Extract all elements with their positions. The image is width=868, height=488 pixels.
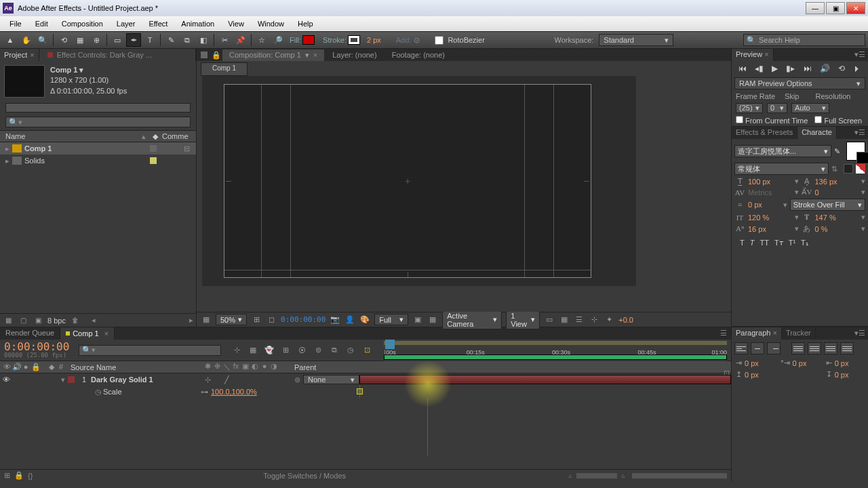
- comp-tab[interactable]: Comp 1: [201, 62, 248, 76]
- loop-button[interactable]: ⟲: [838, 64, 845, 73]
- viewer-tab-layer[interactable]: Layer: (none): [326, 49, 383, 60]
- camera-tool-icon[interactable]: ▦: [73, 33, 87, 47]
- grid-icon[interactable]: ▦: [201, 315, 212, 325]
- leading-value[interactable]: 136 px: [815, 178, 837, 186]
- new-folder-icon[interactable]: ▢: [18, 316, 28, 325]
- col-name[interactable]: Name: [5, 132, 142, 140]
- sort-icon[interactable]: ▴: [142, 132, 146, 141]
- lock-icon[interactable]: 🔒: [14, 471, 24, 480]
- zoom-in-icon[interactable]: ▵: [621, 471, 625, 480]
- auto-keyframe-icon[interactable]: ◷: [344, 345, 357, 356]
- flowchart-icon[interactable]: ⊟: [184, 144, 193, 152]
- mask-icon[interactable]: ◻: [266, 315, 277, 325]
- baseline-value[interactable]: 16 px: [748, 225, 766, 233]
- puppet-tool-icon[interactable]: 📌: [233, 33, 248, 47]
- default-colors-icon[interactable]: [856, 164, 865, 174]
- zoom-dropdown[interactable]: 50%▾: [216, 314, 247, 325]
- flowchart-icon[interactable]: ⊹: [589, 315, 599, 325]
- hide-shy-icon[interactable]: 👻: [263, 345, 275, 356]
- effects-presets-tab[interactable]: Effects & Presets: [732, 127, 797, 139]
- panel-menu-icon[interactable]: ▾☰: [852, 327, 868, 340]
- fast-preview-icon[interactable]: ▦: [559, 315, 570, 325]
- space-after-value[interactable]: 0 px: [835, 371, 849, 379]
- shape-tool-icon[interactable]: ▭: [110, 33, 125, 47]
- maximize-button[interactable]: ▣: [826, 2, 845, 14]
- resolution-dropdown[interactable]: Full▾: [374, 314, 408, 325]
- panel-menu-icon[interactable]: ▾☰: [852, 127, 868, 139]
- work-area-bar[interactable]: [384, 354, 727, 360]
- col-comment[interactable]: Comme: [162, 132, 196, 140]
- ram-preview-options-dropdown[interactable]: RAM Preview Options▾: [734, 77, 865, 89]
- eye-col-icon[interactable]: 👁: [3, 363, 11, 371]
- panel-menu-icon[interactable]: ▾☰: [852, 49, 868, 61]
- align-center-icon[interactable]: [751, 342, 764, 354]
- text-tool-icon[interactable]: T: [142, 33, 157, 47]
- pen-tool-icon[interactable]: ✒: [126, 33, 141, 47]
- timeline-comp-tab[interactable]: Comp 1×: [60, 327, 115, 340]
- audio-col-icon[interactable]: 🔊: [12, 363, 20, 371]
- brackets-icon[interactable]: {}: [28, 472, 33, 480]
- twirl-icon[interactable]: ▸: [5, 157, 12, 165]
- brush-tool-icon[interactable]: ✎: [163, 33, 178, 47]
- tracker-tab[interactable]: Tracker: [782, 327, 816, 340]
- play-button[interactable]: ▶: [772, 64, 778, 73]
- justify-all-icon[interactable]: [840, 342, 854, 354]
- close-button[interactable]: ✕: [846, 2, 865, 14]
- workspace-dropdown[interactable]: Standard▾: [599, 34, 673, 46]
- pixel-aspect-icon[interactable]: ▭: [544, 315, 555, 325]
- switch-quality[interactable]: ╱: [222, 375, 231, 384]
- viewer-canvas-area[interactable]: +: [202, 76, 636, 286]
- subscript-icon[interactable]: T₁: [801, 239, 808, 247]
- frame-blend-icon[interactable]: ⊞: [279, 345, 292, 356]
- indent-first-value[interactable]: 0 px: [793, 359, 807, 367]
- safe-zones-icon[interactable]: ⊞: [251, 315, 262, 325]
- align-right-icon[interactable]: [767, 342, 781, 354]
- stroke-mode-dropdown[interactable]: Stroke Over Fill▾: [790, 199, 865, 211]
- tracking-value[interactable]: 0: [815, 188, 819, 197]
- current-time-indicator[interactable]: [385, 340, 395, 349]
- next-frame-button[interactable]: ▮▸: [786, 64, 795, 73]
- graph-toggle-icon[interactable]: ⊡: [361, 345, 373, 356]
- transparency-icon[interactable]: ▦: [427, 315, 438, 325]
- full-screen-checkbox[interactable]: Full Screen: [814, 116, 862, 125]
- views-dropdown[interactable]: 1 View▾: [506, 310, 540, 329]
- expand-icon[interactable]: ⊞: [4, 471, 10, 480]
- exposure-value[interactable]: +0.0: [618, 316, 633, 324]
- hand-tool-icon[interactable]: ✋: [19, 33, 34, 47]
- vscale-value[interactable]: 120 %: [748, 214, 769, 222]
- trash-icon[interactable]: 🗑: [70, 316, 81, 325]
- indent-left-value[interactable]: 0 px: [745, 359, 759, 367]
- draft-3d-icon[interactable]: ▦: [247, 345, 259, 356]
- menu-view[interactable]: View: [221, 18, 251, 30]
- preview-res-dropdown[interactable]: Auto▾: [791, 103, 829, 113]
- viewer-tab-composition[interactable]: Composition: Comp 1▾×: [222, 49, 324, 61]
- stroke-color-patch[interactable]: [856, 152, 868, 164]
- menu-edit[interactable]: Edit: [28, 18, 55, 30]
- eraser-tool-icon[interactable]: ◧: [196, 33, 211, 47]
- label-col-icon[interactable]: ◆: [47, 363, 56, 371]
- viewer-tab-footage[interactable]: Footage: (none): [385, 49, 452, 60]
- current-time[interactable]: 0:00:00:00: [281, 315, 326, 324]
- project-item-comp1[interactable]: ▸ Comp 1 ⊟: [0, 142, 196, 155]
- project-item-solids[interactable]: ▸ Solids: [0, 155, 196, 167]
- search-tool-icon[interactable]: 🔎: [271, 33, 285, 47]
- stroke-width[interactable]: 2 px: [367, 36, 381, 44]
- menu-layer[interactable]: Layer: [110, 18, 142, 30]
- clone-tool-icon[interactable]: ⧉: [180, 33, 195, 47]
- parent-dropdown[interactable]: None▾: [303, 375, 359, 384]
- timeline-scrollbar[interactable]: [632, 473, 727, 479]
- property-value[interactable]: 100.0,100.0%: [211, 388, 257, 396]
- stopwatch-icon[interactable]: ◷: [95, 388, 103, 396]
- menu-animation[interactable]: Animation: [174, 18, 221, 30]
- constrain-icon[interactable]: ⊶: [201, 388, 208, 396]
- twirl-icon[interactable]: ▸: [5, 144, 12, 153]
- rotate-tool-icon[interactable]: ⟲: [56, 33, 71, 47]
- add-menu-icon[interactable]: ⊙: [414, 36, 420, 45]
- roi-icon[interactable]: ▣: [412, 315, 423, 325]
- no-fill-icon[interactable]: [844, 164, 853, 174]
- fill-color-patch[interactable]: [846, 142, 865, 161]
- swap-colors-icon[interactable]: ⇅: [831, 165, 841, 174]
- reset-exposure-icon[interactable]: ✦: [604, 315, 614, 325]
- justify-last-right-icon[interactable]: [824, 342, 837, 354]
- menu-file[interactable]: File: [3, 18, 28, 30]
